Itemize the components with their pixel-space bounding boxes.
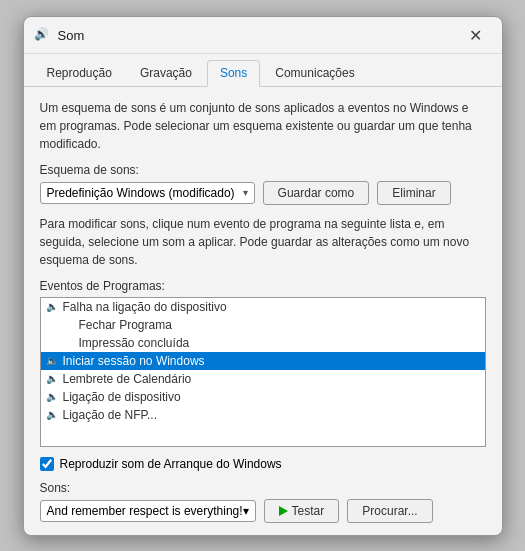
startup-sound-checkbox[interactable] <box>40 457 54 471</box>
list-item[interactable]: 🔈 Ligação de NFP... <box>41 406 485 424</box>
chevron-down-icon: ▾ <box>243 504 249 518</box>
speaker-icon: 🔈 <box>45 354 59 368</box>
sound-select[interactable]: And remember respect is everything! ▾ <box>40 500 256 522</box>
list-item[interactable]: 🔈 Lembrete de Calendário <box>41 370 485 388</box>
tab-sons[interactable]: Sons <box>207 60 260 87</box>
event-label: Iniciar sessão no Windows <box>63 354 205 368</box>
list-item[interactable]: 🔈 Ligação de dispositivo <box>41 388 485 406</box>
event-label: Ligação de dispositivo <box>63 390 181 404</box>
schema-row: Predefinição Windows (modificado) ▾ Guar… <box>40 181 486 205</box>
play-icon <box>279 506 288 516</box>
sound-row: And remember respect is everything! ▾ Te… <box>40 499 486 523</box>
startup-sound-row: Reproduzir som de Arranque do Windows <box>40 457 486 471</box>
schema-label: Esquema de sons: <box>40 163 486 177</box>
sound-value: And remember respect is everything! <box>47 504 243 518</box>
main-description: Um esquema de sons é um conjunto de sons… <box>40 99 486 153</box>
events-label: Eventos de Programas: <box>40 279 486 293</box>
event-label: Fechar Programa <box>79 318 172 332</box>
list-item-selected[interactable]: 🔈 Iniciar sessão no Windows <box>41 352 485 370</box>
event-label: Ligação de NFP... <box>63 408 158 422</box>
no-icon <box>45 336 59 350</box>
browse-button[interactable]: Procurar... <box>347 499 432 523</box>
dialog-title: Som <box>58 28 85 43</box>
schema-select[interactable]: Predefinição Windows (modificado) ▾ <box>40 182 255 204</box>
list-item[interactable]: Impressão concluída <box>41 334 485 352</box>
title-bar: 🔊 Som ✕ <box>24 17 502 54</box>
tab-comunicacoes[interactable]: Comunicações <box>262 60 367 86</box>
speaker-icon: 🔈 <box>45 408 59 422</box>
save-as-button[interactable]: Guardar como <box>263 181 370 205</box>
speaker-icon: 🔈 <box>45 390 59 404</box>
no-icon <box>45 318 59 332</box>
startup-sound-label[interactable]: Reproduzir som de Arranque do Windows <box>60 457 282 471</box>
chevron-down-icon: ▾ <box>243 187 248 198</box>
delete-button[interactable]: Eliminar <box>377 181 450 205</box>
sounds-label: Sons: <box>40 481 486 495</box>
events-list[interactable]: 🔈 Falha na ligação do dispositivo Fechar… <box>40 297 486 447</box>
speaker-icon: 🔈 <box>45 372 59 386</box>
event-label: Lembrete de Calendário <box>63 372 192 386</box>
event-label: Falha na ligação do dispositivo <box>63 300 227 314</box>
secondary-description: Para modificar sons, clique num evento d… <box>40 215 486 269</box>
title-bar-left: 🔊 Som <box>34 27 85 45</box>
list-item[interactable]: Fechar Programa <box>41 316 485 334</box>
close-button[interactable]: ✕ <box>462 25 490 47</box>
list-item[interactable]: 🔈 Falha na ligação do dispositivo <box>41 298 485 316</box>
test-label: Testar <box>292 504 325 518</box>
schema-value: Predefinição Windows (modificado) <box>47 186 235 200</box>
speaker-icon: 🔈 <box>45 300 59 314</box>
sound-icon: 🔊 <box>34 27 52 45</box>
tab-reproducao[interactable]: Reprodução <box>34 60 125 86</box>
content-area: Um esquema de sons é um conjunto de sons… <box>24 87 502 535</box>
tab-gravacao[interactable]: Gravação <box>127 60 205 86</box>
test-button[interactable]: Testar <box>264 499 340 523</box>
tab-bar: Reprodução Gravação Sons Comunicações <box>24 54 502 87</box>
event-label: Impressão concluída <box>79 336 190 350</box>
sound-dialog: 🔊 Som ✕ Reprodução Gravação Sons Comunic… <box>23 16 503 536</box>
